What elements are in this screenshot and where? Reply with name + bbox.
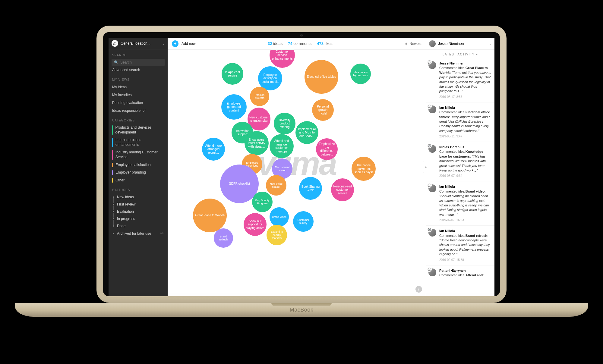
myview-item[interactable]: My favorites bbox=[109, 91, 168, 99]
activity-timestamp: 2019-02-07, 15:58 bbox=[439, 258, 491, 262]
status-item[interactable]: First review bbox=[109, 201, 168, 208]
category-color-icon bbox=[112, 125, 113, 135]
category-color-icon bbox=[112, 138, 113, 147]
myview-item[interactable]: My ideas bbox=[109, 83, 168, 91]
activity-item[interactable]: 💬 Petteri Häyrynen Commented idea Attend… bbox=[426, 265, 494, 282]
status-dot-icon bbox=[112, 210, 115, 213]
activity-action: Commented idea bbox=[439, 190, 466, 193]
category-item[interactable]: Products and Services development bbox=[109, 124, 168, 136]
sort-label: Newest bbox=[409, 42, 421, 46]
status-item[interactable]: In progress bbox=[109, 215, 168, 222]
category-item[interactable]: Internal process enhancements bbox=[109, 136, 168, 149]
status-item[interactable]: Done bbox=[109, 222, 168, 230]
category-item[interactable]: Industry leading Customer Service bbox=[109, 149, 168, 161]
sort-dropdown[interactable]: ▲▼ Newest bbox=[405, 42, 421, 46]
idea-bubble[interactable]: Employee- generated content bbox=[221, 94, 247, 120]
idea-bubble[interactable]: Great Place to Work® bbox=[193, 199, 227, 232]
myview-item[interactable]: Ideas responsible for bbox=[109, 107, 168, 115]
workspace-switcher[interactable]: m General Ideation... ⌄ bbox=[109, 38, 168, 49]
status-label: In progress bbox=[117, 217, 135, 221]
activity-idea-name: Brand refresh bbox=[466, 234, 487, 237]
myview-item[interactable]: Pending evaluation bbox=[109, 99, 168, 107]
activity-header[interactable]: LATEST ACTIVITY ▾ bbox=[426, 50, 494, 58]
idea-bubble[interactable]: Bug Bounty Program bbox=[252, 192, 273, 212]
category-item[interactable]: Employee satisfaction bbox=[109, 161, 168, 169]
idea-bubble[interactable]: In App chat service bbox=[222, 63, 243, 85]
comment-icon: 💬 bbox=[427, 104, 432, 109]
idea-canvas[interactable]: viima i Customer service enhance-mentsIn… bbox=[168, 50, 426, 296]
workspace-name: General Ideation... bbox=[121, 41, 160, 46]
activity-item[interactable]: 💬 Ian Niilola Commented idea Brand refre… bbox=[426, 226, 494, 265]
idea-bubble[interactable]: Attend and arrange customer meetups bbox=[270, 134, 294, 158]
idea-bubble[interactable]: Idea review by dev team bbox=[350, 64, 371, 84]
laptop-frame: m General Ideation... ⌄ SEARCH 🔍 Advance… bbox=[96, 26, 507, 303]
device-label: MacBook bbox=[290, 307, 314, 313]
activity-user-name: Niclas Borenius bbox=[439, 145, 491, 149]
chevron-down-icon: ⌄ bbox=[162, 42, 165, 45]
chevron-down-icon: ⌄ bbox=[489, 42, 491, 45]
idea-bubble[interactable]: Show users latest activity with visual..… bbox=[245, 131, 269, 155]
idea-bubble[interactable]: New office space! bbox=[266, 175, 286, 196]
info-icon[interactable]: i bbox=[415, 286, 422, 293]
activity-item[interactable]: 💬 Ian Niilola Commented idea Brand video… bbox=[426, 181, 494, 226]
status-archived-label: Archived for later use bbox=[117, 231, 151, 236]
idea-bubble[interactable]: Personal growth model bbox=[312, 99, 334, 121]
search-input-wrap[interactable]: 🔍 bbox=[112, 59, 165, 66]
idea-bubble[interactable]: The coffee maker has seen its days! bbox=[352, 157, 376, 181]
idea-bubble[interactable]: Diversify product offering bbox=[274, 113, 295, 134]
idea-bubble[interactable]: Brand refresh bbox=[214, 228, 233, 248]
activity-idea-name: Brand video bbox=[466, 190, 485, 193]
activity-action: Commented idea bbox=[439, 234, 466, 237]
idea-bubble[interactable]: Passion projects bbox=[250, 87, 269, 106]
activity-item[interactable]: 💬 Jesse Nieminen Commented idea Great Pl… bbox=[426, 58, 494, 102]
category-color-icon bbox=[112, 170, 113, 175]
activity-timestamp: 2019-02-07, 16:03 bbox=[439, 218, 491, 222]
toolbar: + Add new 32 ideas 74 comments 478 likes… bbox=[168, 38, 426, 50]
status-archived[interactable]: Archived for later use 👁 bbox=[109, 230, 168, 237]
status-dot-icon bbox=[112, 203, 115, 206]
activity-timestamp: 2019-03-07, 9:34 bbox=[439, 174, 491, 178]
category-item[interactable]: Other bbox=[109, 177, 168, 184]
idea-bubble[interactable]: Attend more arranged recruit... bbox=[202, 138, 225, 161]
status-item[interactable]: Evaluation bbox=[109, 208, 168, 215]
myviews-section-label: MY VIEWS bbox=[109, 74, 168, 83]
search-icon: 🔍 bbox=[114, 60, 118, 64]
idea-bubble[interactable]: Book Sharing Circle bbox=[299, 177, 322, 200]
idea-bubble[interactable]: Customer survey bbox=[293, 211, 314, 232]
app-screen: m General Ideation... ⌄ SEARCH 🔍 Advance… bbox=[109, 38, 494, 296]
activity-user-name: Petteri Häyrynen bbox=[439, 268, 484, 273]
category-label: Other bbox=[115, 178, 125, 183]
status-dot-icon bbox=[112, 232, 115, 235]
sidebar: m General Ideation... ⌄ SEARCH 🔍 Advance… bbox=[109, 38, 168, 296]
idea-bubble[interactable]: Brand video bbox=[270, 207, 289, 227]
idea-bubble[interactable]: Expand to nearby markets bbox=[267, 225, 287, 245]
add-new-button[interactable]: + bbox=[172, 40, 178, 47]
activity-item[interactable]: 💬 Niclas Borenius Commented idea Knowled… bbox=[426, 142, 494, 181]
idea-bubble[interactable]: Implement AI and ML into our SaaS... bbox=[295, 121, 318, 144]
idea-bubble[interactable]: Show our support for staying active bbox=[244, 213, 267, 236]
idea-bubble[interactable]: Electrical office tables bbox=[305, 60, 338, 94]
category-color-icon bbox=[112, 150, 113, 159]
advanced-search-link[interactable]: Advanced search bbox=[109, 66, 168, 74]
status-label: New ideas bbox=[117, 195, 134, 199]
webcam bbox=[300, 34, 303, 36]
app-logo-icon: m bbox=[112, 40, 118, 47]
status-item[interactable]: New ideas bbox=[109, 193, 168, 201]
idea-bubble[interactable]: Customer service enhance-ments bbox=[270, 50, 295, 68]
activity-idea-name: Attend and bbox=[466, 273, 483, 277]
activity-item[interactable]: 💬 Ian Niilola Commented idea Electrical … bbox=[426, 102, 494, 142]
user-menu[interactable]: Jesse Nieminen ⌄ bbox=[426, 38, 494, 50]
category-label: Internal process enhancements bbox=[115, 138, 164, 147]
search-input[interactable] bbox=[120, 60, 166, 64]
category-item[interactable]: Employer branding bbox=[109, 169, 168, 177]
category-label: Employer branding bbox=[115, 170, 146, 175]
idea-bubble[interactable]: Emphasi-ze the difference betwee... bbox=[316, 138, 338, 160]
statuses-section-label: STATUSES bbox=[109, 184, 168, 193]
status-dot-icon bbox=[112, 218, 115, 220]
chevron-down-icon: ▾ bbox=[476, 53, 478, 56]
idea-bubble[interactable]: Personali-zed customer service bbox=[331, 178, 354, 201]
status-dot-icon bbox=[112, 225, 115, 227]
add-new-label[interactable]: Add new bbox=[182, 42, 196, 46]
activity-quote: "Should planning be started soon as summ… bbox=[439, 194, 489, 216]
activity-user-name: Jesse Nieminen bbox=[439, 61, 491, 66]
